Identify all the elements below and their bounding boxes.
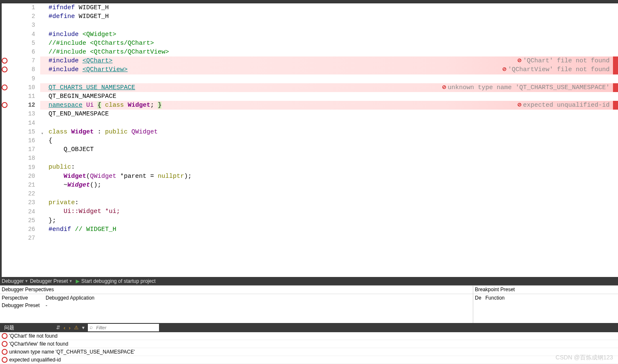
line-number: 3 — [18, 21, 40, 30]
code-line[interactable] — [40, 74, 618, 83]
line-number: 18 — [18, 154, 40, 163]
line-number: 14 — [18, 119, 40, 128]
watermark: CSDN @百炼成钢123 — [556, 354, 613, 361]
code-line[interactable] — [40, 21, 618, 30]
code-line[interactable]: }; — [40, 216, 618, 225]
line-number: 27 — [18, 234, 40, 243]
debugger-perspectives-panel: Debugger Perspectives PerspectiveDebugge… — [0, 286, 473, 323]
error-icon — [2, 333, 8, 339]
line-number: 24 — [18, 208, 40, 216]
panel-header: Debugger Perspectives — [0, 286, 473, 294]
next-issue-button[interactable]: › — [69, 325, 70, 331]
code-line[interactable]: #include <QChartView>⊘'QChartView' file … — [40, 65, 618, 74]
error-icon — [2, 357, 8, 363]
line-number: 1 — [18, 3, 40, 12]
code-line[interactable]: private: — [40, 198, 618, 207]
debug-panels: Debugger Perspectives PerspectiveDebugge… — [0, 285, 618, 323]
warning-icon[interactable]: ⚠ — [74, 325, 79, 331]
code-area[interactable]: #ifndef WIDGET_H#define WIDGET_H#include… — [40, 3, 618, 277]
line-number: 26 — [18, 225, 40, 234]
code-line[interactable]: //#include <QtCharts/QChart> — [40, 39, 618, 48]
error-stripe — [613, 101, 618, 110]
code-line[interactable]: #include <QChart>⊘'QChart' file not foun… — [40, 56, 618, 65]
code-line[interactable]: #define WIDGET_H — [40, 12, 618, 21]
error-stripe — [613, 83, 618, 92]
code-line[interactable] — [40, 154, 618, 163]
code-line[interactable]: Ui::Widget *ui; — [40, 207, 618, 216]
filter-wrapper — [88, 324, 159, 331]
chevron-down-icon: ▼ — [69, 279, 72, 283]
issue-row[interactable]: unknown type name 'QT_CHARTS_USE_NAMESPA… — [0, 348, 618, 356]
issues-tab[interactable]: 问题 — [0, 323, 18, 332]
line-number: 9 — [18, 74, 40, 83]
error-margin — [2, 3, 18, 277]
line-number: 7 — [18, 56, 40, 65]
issues-toolbar: 问题 ⇵ ‹ › ⚠ ▾ — [0, 323, 618, 332]
line-number: 12 — [18, 101, 40, 110]
code-editor[interactable]: 123456789101112131415▾161718192021222324… — [0, 3, 618, 277]
filter-icon[interactable]: ▾ — [82, 325, 85, 331]
line-number: 5 — [18, 39, 40, 48]
code-line[interactable]: #ifndef WIDGET_H — [40, 3, 618, 12]
preset-dropdown[interactable]: Debugger Preset ▼ — [30, 278, 73, 284]
issue-row[interactable]: 'QChart' file not found — [0, 332, 618, 340]
error-stripe — [613, 56, 618, 65]
line-number: 10 — [18, 83, 40, 92]
code-line[interactable]: Widget(QWidget *parent = nullptr); — [40, 172, 618, 181]
line-number: 4 — [18, 30, 40, 39]
error-icon — [2, 349, 8, 355]
preset-label: Debugger Preset — [30, 278, 68, 284]
issue-text: 'QChart' file not found — [9, 333, 57, 339]
play-icon[interactable]: ▶ — [76, 278, 79, 284]
code-line[interactable]: QT_CHARTS_USE_NAMESPACE⊘unknown type nam… — [40, 83, 618, 92]
inline-error: ⊘unknown type name 'QT_CHARTS_USE_NAMESP… — [442, 83, 610, 92]
line-number: 6 — [18, 48, 40, 56]
line-number: 15▾ — [18, 128, 40, 136]
line-number: 20 — [18, 172, 40, 181]
code-line[interactable]: QT_END_NAMESPACE — [40, 110, 618, 118]
chevron-down-icon: ▼ — [25, 279, 28, 283]
line-number: 8 — [18, 65, 40, 74]
code-line[interactable] — [40, 190, 618, 198]
line-number: 13 — [18, 110, 40, 118]
line-number: 21 — [18, 181, 40, 190]
issue-row[interactable]: 'QChartView' file not found — [0, 340, 618, 348]
issue-text: unknown type name 'QT_CHARTS_USE_NAMESPA… — [9, 349, 135, 355]
code-line[interactable]: { — [40, 136, 618, 145]
table-row[interactable]: DeFunction — [473, 294, 618, 302]
inline-error: ⊘expected unqualified-id — [518, 101, 610, 110]
code-line[interactable] — [40, 234, 618, 243]
code-line[interactable]: Q_OBJECT — [40, 145, 618, 154]
line-number: 11 — [18, 92, 40, 101]
code-line[interactable]: #include <QWidget> — [40, 30, 618, 39]
code-line[interactable] — [40, 118, 618, 127]
line-number: 17 — [18, 145, 40, 154]
prev-issue-button[interactable]: ‹ — [64, 325, 65, 331]
issue-row[interactable]: expected unqualified-id — [0, 356, 618, 364]
code-line[interactable]: class Widget : public QWidget — [40, 128, 618, 136]
debugger-dropdown[interactable]: Debugger ▼ — [2, 278, 28, 284]
code-line[interactable]: public: — [40, 163, 618, 172]
start-debug-label[interactable]: Start debugging of startup project — [81, 278, 155, 284]
code-line[interactable]: ~Widget(); — [40, 181, 618, 190]
code-line[interactable]: QT_BEGIN_NAMESPACE — [40, 92, 618, 101]
link-icon[interactable]: ⇵ — [56, 325, 60, 331]
line-number: 19 — [18, 163, 40, 172]
code-line[interactable]: //#include <QtCharts/QChartView> — [40, 48, 618, 56]
inline-error: ⊘'QChartView' file not found — [503, 65, 610, 74]
error-icon — [2, 341, 8, 347]
table-row[interactable]: Debugger Preset- — [0, 302, 473, 309]
line-number: 23 — [18, 198, 40, 207]
breakpoint-preset-panel: Breakpoint Preset DeFunction — [473, 286, 618, 323]
error-stripe — [613, 65, 618, 74]
panel-header: Breakpoint Preset — [473, 286, 618, 294]
line-number: 25 — [18, 216, 40, 225]
filter-input[interactable] — [88, 324, 159, 331]
line-number: 16 — [18, 136, 40, 145]
code-line[interactable]: #endif // WIDGET_H — [40, 225, 618, 234]
table-row[interactable]: PerspectiveDebugged Application — [0, 294, 473, 302]
issue-text: expected unqualified-id — [9, 357, 61, 363]
line-gutter[interactable]: 123456789101112131415▾161718192021222324… — [18, 3, 40, 277]
code-line[interactable]: namespace Ui { class Widget; }⊘expected … — [40, 101, 618, 110]
line-number: 22 — [18, 190, 40, 198]
